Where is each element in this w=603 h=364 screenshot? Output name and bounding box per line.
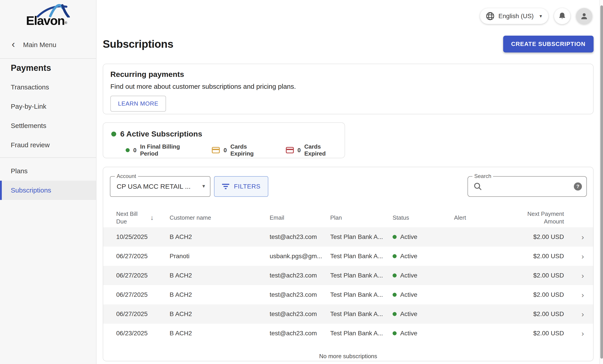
filters-button[interactable]: FILTERS xyxy=(214,176,268,197)
cell-email: test@ach23.com xyxy=(270,310,330,318)
sidebar-divider xyxy=(0,157,96,158)
column-header-customer-name[interactable]: Customer name xyxy=(170,214,270,221)
chevron-left-icon: ‹ xyxy=(12,40,15,49)
cell-email: test@ach23.com xyxy=(270,233,330,241)
cell-status: Active xyxy=(393,330,454,337)
status-dot-icon xyxy=(393,331,397,335)
person-icon xyxy=(580,12,589,21)
cell-status: Active xyxy=(393,310,454,318)
caret-down-icon: ▾ xyxy=(202,183,205,189)
column-header-email[interactable]: Email xyxy=(270,214,330,221)
stat-final-billing-period: 0 In Final Billing Period xyxy=(126,143,190,157)
sidebar-nav-secondary: Plans Subscriptions xyxy=(0,161,96,200)
globe-icon xyxy=(486,12,494,20)
cell-plan: Test Plan Bank A... xyxy=(330,233,393,241)
sidebar-item-settlements[interactable]: Settlements xyxy=(0,116,96,135)
column-header-status[interactable]: Status xyxy=(393,214,454,221)
status-dot-icon xyxy=(393,254,397,258)
cell-status: Active xyxy=(393,272,454,279)
column-header-next-bill-due[interactable]: Next Bill Due ↓ xyxy=(103,210,170,225)
account-button[interactable] xyxy=(576,8,592,24)
sidebar-item-transactions[interactable]: Transactions xyxy=(0,77,96,97)
cell-next-bill-due: 10/25/2025 xyxy=(103,233,170,241)
summary-stats: 0 In Final Billing Period 0 Cards Expiri… xyxy=(111,143,336,157)
cell-status: Active xyxy=(393,253,454,260)
sidebar-item-plans[interactable]: Plans xyxy=(0,161,96,181)
credit-card-red-icon xyxy=(286,147,294,154)
page-title: Subscriptions xyxy=(103,38,174,50)
topbar: English (US) ▾ xyxy=(480,8,592,24)
cell-amount: $2.00 USD xyxy=(515,253,564,260)
cell-plan: Test Plan Bank A... xyxy=(330,253,393,260)
sidebar: Elavon® ‹ Main Menu Payments Transaction… xyxy=(0,0,96,364)
table-row[interactable]: 06/27/2025 B ACH2 test@ach23.com Test Pl… xyxy=(103,266,593,285)
sidebar-item-pay-by-link[interactable]: Pay-by-Link xyxy=(0,97,96,116)
vertical-scrollbar xyxy=(599,0,603,364)
chevron-right-icon[interactable]: › xyxy=(564,290,594,299)
table-row[interactable]: 06/27/2025 B ACH2 test@ach23.com Test Pl… xyxy=(103,304,593,324)
search-field: Search ? xyxy=(467,176,587,197)
create-subscription-button[interactable]: CREATE SUBSCRIPTION xyxy=(503,36,594,53)
filters-label: FILTERS xyxy=(234,183,261,190)
cell-email: test@ach23.com xyxy=(270,272,330,279)
promo-description: Find out more about customer subscriptio… xyxy=(110,83,586,90)
chevron-right-icon[interactable]: › xyxy=(564,233,594,241)
cell-plan: Test Plan Bank A... xyxy=(330,291,393,298)
help-icon[interactable]: ? xyxy=(574,182,582,190)
table-row[interactable]: 10/25/2025 B ACH2 test@ach23.com Test Pl… xyxy=(103,227,593,247)
learn-more-button[interactable]: LEARN MORE xyxy=(110,96,166,112)
active-subscriptions-summary-card: 6 Active Subscriptions 0 In Final Billin… xyxy=(103,122,345,158)
cell-email: test@ach23.com xyxy=(270,291,330,298)
chevron-right-icon[interactable]: › xyxy=(564,329,594,338)
table-toolbar: Account CP USA MCC RETAIL ... ▾ FILTERS … xyxy=(103,167,593,208)
promo-title: Recurring payments xyxy=(110,70,586,79)
chevron-right-icon[interactable]: › xyxy=(564,252,594,261)
table-footer-message: No more subscriptions xyxy=(103,353,593,360)
notifications-button[interactable] xyxy=(554,8,570,24)
stat-label: Cards Expiring xyxy=(230,143,264,157)
cell-plan: Test Plan Bank A... xyxy=(330,330,393,337)
account-select[interactable]: Account CP USA MCC RETAIL ... ▾ xyxy=(110,176,210,197)
column-header-plan[interactable]: Plan xyxy=(330,214,393,221)
elavon-logo: Elavon® xyxy=(26,5,74,29)
sidebar-section-title: Payments xyxy=(11,63,51,73)
main-menu-label: Main Menu xyxy=(23,41,56,49)
sort-desc-arrow-icon[interactable]: ↓ xyxy=(150,214,154,221)
chevron-right-icon[interactable]: › xyxy=(564,271,594,280)
cell-next-bill-due: 06/23/2025 xyxy=(103,330,170,337)
account-select-value: CP USA MCC RETAIL ... xyxy=(117,176,191,196)
stat-cards-expiring: 0 Cards Expiring xyxy=(212,143,264,157)
chevron-right-icon[interactable]: › xyxy=(564,310,594,319)
column-header-alert[interactable]: Alert xyxy=(454,214,515,221)
table-row[interactable]: 06/23/2025 B ACH2 test@ach23.com Test Pl… xyxy=(103,324,593,343)
status-dot-icon xyxy=(393,293,397,297)
cell-next-bill-due: 06/27/2025 xyxy=(103,291,170,298)
sidebar-item-fraud-review[interactable]: Fraud review xyxy=(0,135,96,155)
brand-name: Elavon® xyxy=(26,13,67,28)
subscriptions-table-card: Account CP USA MCC RETAIL ... ▾ FILTERS … xyxy=(103,167,594,361)
sidebar-divider xyxy=(0,58,96,59)
page-header: Subscriptions CREATE SUBSCRIPTION xyxy=(103,35,594,53)
back-to-main-menu[interactable]: ‹ Main Menu xyxy=(0,39,96,51)
registered-mark: ® xyxy=(65,21,67,25)
search-input[interactable] xyxy=(486,183,570,190)
scrollbar-thumb[interactable] xyxy=(600,5,603,359)
search-inner: ? xyxy=(473,176,582,196)
sidebar-nav-primary: Transactions Pay-by-Link Settlements Fra… xyxy=(0,77,96,155)
table-body: 10/25/2025 B ACH2 test@ach23.com Test Pl… xyxy=(103,227,593,343)
cell-next-bill-due: 06/27/2025 xyxy=(103,272,170,279)
sidebar-item-subscriptions[interactable]: Subscriptions xyxy=(0,181,96,200)
cell-next-bill-due: 06/27/2025 xyxy=(103,253,170,260)
stat-cards-expired: 0 Cards Expired xyxy=(286,143,336,157)
cell-customer-name: B ACH2 xyxy=(170,330,270,337)
stat-value: 0 xyxy=(133,147,136,154)
table-row[interactable]: 06/27/2025 Pranoti usbank.pgs@gm... Test… xyxy=(103,247,593,266)
table-row[interactable]: 06/27/2025 B ACH2 test@ach23.com Test Pl… xyxy=(103,285,593,304)
cell-plan: Test Plan Bank A... xyxy=(330,272,393,279)
bell-icon xyxy=(558,12,567,21)
column-header-next-payment-amount[interactable]: Next Payment Amount xyxy=(515,210,564,225)
green-dot-icon xyxy=(111,132,116,136)
language-selector[interactable]: English (US) ▾ xyxy=(480,8,548,24)
status-dot-icon xyxy=(393,312,397,316)
language-label: English (US) xyxy=(499,12,534,20)
